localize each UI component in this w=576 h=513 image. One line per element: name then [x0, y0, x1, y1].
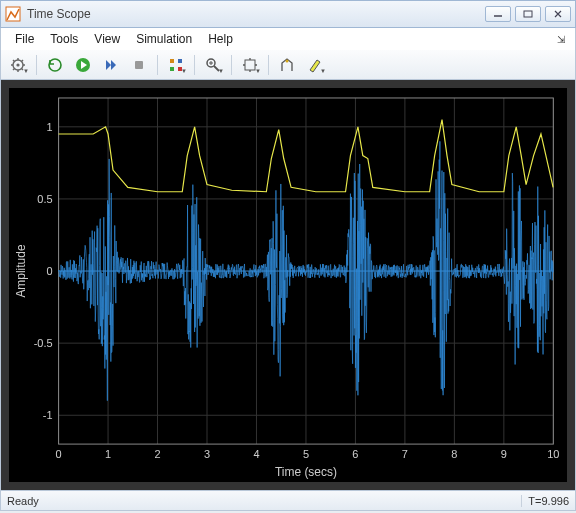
svg-text:4: 4: [253, 448, 259, 460]
menubar: File Tools View Simulation Help ⇲: [0, 28, 576, 50]
statusbar: Ready T=9.996: [0, 491, 576, 511]
svg-text:8: 8: [451, 448, 457, 460]
autoscale-button[interactable]: ▼: [237, 54, 263, 76]
svg-text:Time (secs): Time (secs): [275, 465, 337, 479]
svg-line-12: [22, 60, 24, 62]
menu-file[interactable]: File: [7, 30, 42, 48]
step-forward-button[interactable]: [98, 54, 124, 76]
svg-text:10: 10: [547, 448, 559, 460]
menu-simulation[interactable]: Simulation: [128, 30, 200, 48]
dock-icon[interactable]: ⇲: [553, 34, 569, 45]
svg-line-9: [13, 60, 15, 62]
svg-text:0.5: 0.5: [37, 193, 52, 205]
status-text: Ready: [1, 495, 521, 507]
plot-area: 012345678910-1-0.500.51Time (secs)Amplit…: [0, 80, 576, 491]
stop-button[interactable]: [126, 54, 152, 76]
svg-text:7: 7: [402, 448, 408, 460]
menu-tools[interactable]: Tools: [42, 30, 86, 48]
menu-view[interactable]: View: [86, 30, 128, 48]
svg-text:6: 6: [352, 448, 358, 460]
svg-text:2: 2: [154, 448, 160, 460]
svg-marker-17: [111, 60, 116, 70]
maximize-button[interactable]: [515, 6, 541, 22]
svg-rect-27: [245, 60, 255, 70]
svg-text:-0.5: -0.5: [34, 337, 53, 349]
time-scope-plot[interactable]: 012345678910-1-0.500.51Time (secs)Amplit…: [9, 88, 567, 482]
window-buttons: [485, 6, 571, 22]
svg-text:-1: -1: [43, 409, 53, 421]
svg-rect-2: [524, 11, 532, 17]
highlight-button[interactable]: ▼: [302, 54, 328, 76]
run-button[interactable]: [70, 54, 96, 76]
zoom-button[interactable]: ▼: [200, 54, 226, 76]
settings-button[interactable]: ▼: [5, 54, 31, 76]
svg-text:0: 0: [46, 265, 52, 277]
minimize-button[interactable]: [485, 6, 511, 22]
svg-text:3: 3: [204, 448, 210, 460]
toolbar: ▼ ▼ ▼ ▼ ▼: [0, 50, 576, 80]
svg-rect-19: [170, 59, 174, 63]
menu-help[interactable]: Help: [200, 30, 241, 48]
svg-rect-21: [170, 67, 174, 71]
svg-text:1: 1: [46, 121, 52, 133]
svg-point-28: [286, 59, 289, 62]
window-title: Time Scope: [27, 7, 485, 21]
svg-line-11: [13, 68, 15, 70]
svg-text:0: 0: [56, 448, 62, 460]
status-time: T=9.996: [521, 495, 575, 507]
svg-text:9: 9: [501, 448, 507, 460]
svg-text:1: 1: [105, 448, 111, 460]
svg-point-4: [16, 63, 19, 66]
svg-marker-16: [106, 60, 111, 70]
titlebar: Time Scope: [0, 0, 576, 28]
measurements-button[interactable]: [274, 54, 300, 76]
svg-text:5: 5: [303, 448, 309, 460]
app-icon: [5, 6, 21, 22]
svg-text:Amplitude: Amplitude: [14, 244, 28, 298]
svg-rect-18: [135, 61, 143, 69]
svg-rect-20: [178, 59, 182, 63]
step-back-button[interactable]: [42, 54, 68, 76]
triggers-button[interactable]: ▼: [163, 54, 189, 76]
close-button[interactable]: [545, 6, 571, 22]
